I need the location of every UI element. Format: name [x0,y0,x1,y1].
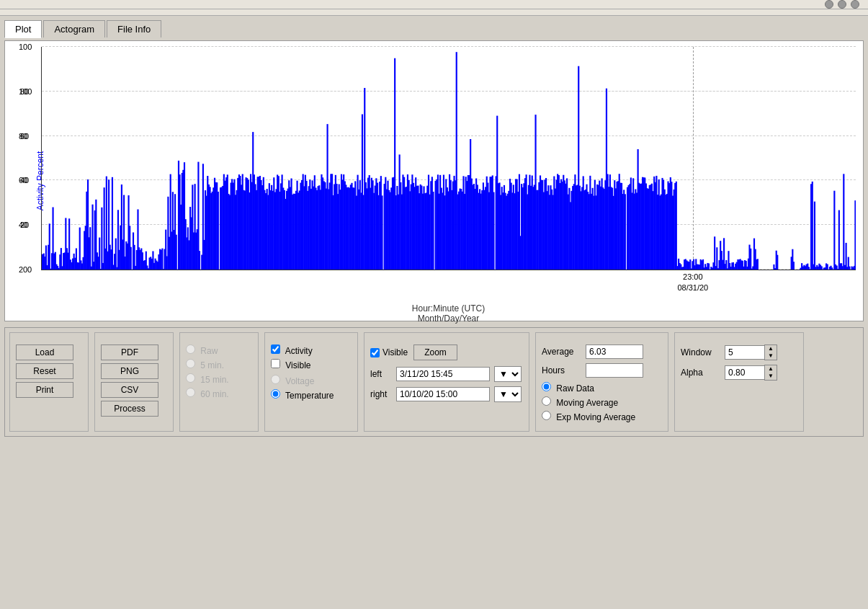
movavg-radio[interactable] [542,396,551,406]
cursor-right-input[interactable] [396,387,490,401]
cursor-left-input[interactable] [396,367,490,381]
activity-section: Average Hours Raw Data Moving Average Ex… [535,332,668,432]
svg-rect-646 [793,262,795,270]
menu-bar[interactable] [0,9,868,16]
alpha-row: Alpha ▲ ▼ [681,365,797,381]
average-row: Average [542,344,662,359]
svg-rect-336 [432,192,434,270]
voltage-radio[interactable] [271,375,280,384]
agg-raw-radio[interactable] [186,344,195,354]
load-button[interactable]: Load [16,344,73,360]
alpha-up-btn[interactable]: ▲ [765,365,777,373]
agg-5min-radio[interactable] [186,359,195,368]
svg-rect-691 [846,243,847,270]
agg-60min: 60 min. [186,388,252,399]
print-button[interactable]: Print [16,382,73,398]
svg-rect-699 [854,200,856,270]
export-section: PDF PNG CSV Process [94,332,174,432]
csv-button[interactable]: CSV [101,382,158,398]
hours-label: Hours [542,365,581,375]
svg-rect-679 [831,267,833,270]
graph-visible-checkbox[interactable] [271,359,280,368]
actions-section: Load Reset Print [9,332,89,432]
hours-input[interactable] [586,363,643,378]
expmovavg-radio[interactable] [542,411,551,420]
svg-rect-51 [101,208,102,270]
agg-raw: Raw [186,344,252,356]
svg-rect-135 [199,251,200,270]
x-label-date: 23:0008/31/20 [677,272,708,294]
tab-plot[interactable]: Plot [4,20,42,38]
cursor-left-label: left [370,369,392,379]
rawdata-radio[interactable] [542,382,551,391]
svg-rect-681 [833,191,835,270]
alpha-input[interactable] [725,365,764,380]
visible-checkbox-group: Visible [271,359,352,370]
window-input[interactable] [725,345,764,360]
svg-rect-6 [49,223,50,270]
average-label: Average [542,347,581,357]
temperature-radio[interactable] [271,389,280,399]
svg-rect-580 [716,247,717,270]
svg-rect-670 [821,266,823,270]
x-axis-labels: 23:0008/31/20 [41,272,856,301]
cursor-left-row: left ▼ [370,366,523,382]
window-up-btn[interactable]: ▲ [765,345,777,352]
svg-rect-115 [176,235,177,270]
window-label: Window [681,347,720,357]
agg-60min-radio[interactable] [186,388,195,397]
tab-actogram[interactable]: Actogram [43,20,105,37]
cursor-left-dropdown[interactable]: ▼ [494,366,522,382]
cursors-visible-label: Visible [382,347,408,357]
tab-fileinfo[interactable]: File Info [107,20,161,37]
graph-section: Activity Visible Voltage Temperature [264,332,358,432]
svg-rect-615 [757,259,759,270]
window-row: Window ▲ ▼ [681,344,797,360]
agg-15min-radio[interactable] [186,373,195,383]
svg-rect-588 [725,260,727,270]
cursor-right-label: right [370,389,392,399]
svg-rect-103 [161,249,163,270]
svg-rect-43 [91,205,93,270]
svg-rect-664 [814,202,815,270]
cursors-visible-checkbox[interactable] [370,348,380,357]
window-controls [825,0,859,9]
svg-rect-632 [777,255,778,270]
zoom-button[interactable]: Zoom [413,344,457,360]
svg-rect-79 [133,245,135,270]
axis-title: Hour:Minute (UTC) Month/Day/Year [41,303,856,324]
aggregate-section: Raw 5 min. 15 min. 60 min. [179,332,259,432]
svg-rect-573 [708,264,710,270]
movavg-radio-group: Moving Average [542,396,662,408]
pdf-button[interactable]: PDF [101,344,158,360]
cursors-section: Visible Zoom left ▼ right ▼ [364,332,529,432]
svg-rect-545 [676,182,677,270]
title-bar [0,0,868,9]
activity-checkbox[interactable] [271,344,280,354]
rawdata-radio-group: Raw Data [542,382,662,394]
window-down-btn[interactable]: ▼ [765,352,777,360]
chart-container: Activity Percent 100 80 60 40 20 100 80 … [4,40,864,321]
hours-row: Hours [542,363,662,378]
chart-area: 100 80 60 40 20 100 80 60 40 20 0 [41,47,856,270]
alpha-down-btn[interactable]: ▼ [765,373,777,380]
close-btn[interactable] [851,0,859,9]
svg-rect-63 [115,239,117,270]
reset-button[interactable]: Reset [16,363,73,379]
png-button[interactable]: PNG [101,363,158,379]
voltage-radio-group: Voltage [271,375,352,386]
process-button[interactable]: Process [101,401,158,417]
svg-rect-675 [827,265,828,270]
svg-rect-689 [843,174,844,270]
svg-rect-151 [218,192,219,270]
svg-rect-60 [112,177,113,270]
maximize-btn[interactable] [838,0,846,9]
svg-rect-49 [99,238,100,270]
axis-title-line2: Month/Day/Year [41,314,856,324]
cursor-right-row: right ▼ [370,386,523,402]
svg-rect-501 [625,194,626,270]
average-input[interactable] [586,344,643,359]
cursor-right-dropdown[interactable]: ▼ [494,386,522,402]
svg-rect-609 [750,249,751,270]
minimize-btn[interactable] [825,0,833,9]
